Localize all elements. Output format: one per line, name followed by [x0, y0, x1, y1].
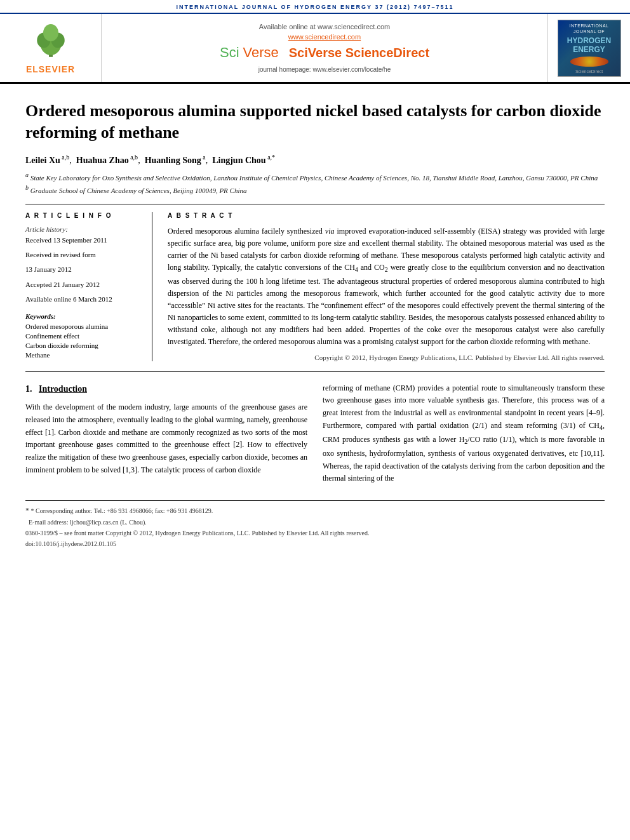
author-2: Huahua Zhao [76, 155, 129, 164]
divider-2 [25, 371, 605, 372]
article-info-col: A R T I C L E I N F O Article history: R… [25, 212, 152, 361]
copyright-text: Copyright © 2012, Hydrogen Energy Public… [168, 354, 605, 361]
sciverse-area: Available online at www.sciencedirect.co… [102, 14, 547, 82]
affiliations: a State Key Laboratory for Oxo Synthesis… [25, 170, 605, 196]
elsevier-tree-icon [32, 22, 70, 60]
sciverse-text-orange: Verse [243, 44, 279, 61]
authors-line: Leilei Xu a,b, Huahua Zhao a,b, Huanling… [25, 154, 605, 166]
section-heading: 1. Introduction [25, 382, 307, 396]
section-title: Introduction [39, 384, 87, 394]
body-section: 1. Introduction With the development of … [25, 382, 605, 491]
abstract-text: Ordered mesoporous alumina facilely synt… [168, 225, 605, 349]
body-two-col: 1. Introduction With the development of … [25, 382, 605, 491]
received-2-date: 13 January 2012 [25, 265, 142, 274]
author-3: Huanling Song [145, 155, 201, 164]
elsevier-label: ELSEVIER [26, 64, 75, 74]
footnote-issn: 0360-3199/$ – see front matter Copyright… [25, 528, 605, 538]
header-section: ELSEVIER Available online at www.science… [0, 14, 630, 84]
abstract-heading: A B S T R A C T [168, 212, 605, 219]
sciencedirect-link[interactable]: www.sciencedirect.com [288, 33, 361, 41]
received-1: Received 13 September 2011 [25, 236, 142, 245]
available-online-text: Available online at www.sciencedirect.co… [259, 23, 390, 30]
abstract-col: A B S T R A C T Ordered mesoporous alumi… [168, 212, 605, 361]
author-4-sup: a,* [266, 154, 275, 161]
cover-title-main: HYDROGENENERGY [567, 36, 611, 55]
sciverse-text-green: Sci [220, 44, 239, 61]
elsevier-logo-area: ELSEVIER [0, 14, 102, 82]
article-history-label: Article history: [25, 225, 142, 233]
intro-left-para: With the development of the modern indus… [25, 401, 307, 477]
author-2-sup: a,b [129, 154, 138, 161]
sciverse-logo: SciVerse SciVerse ScienceDirect [220, 44, 429, 61]
intro-right-para: reforming of methane (CRM) provides a po… [323, 382, 605, 486]
journal-title-bar: INTERNATIONAL JOURNAL OF HYDROGEN ENERGY… [0, 0, 630, 13]
author-1: Leilei Xu [25, 155, 60, 164]
footnote-area: * * Corresponding author. Tel.: +86 931 … [25, 500, 605, 549]
keyword-3: Carbon dioxide reforming [25, 342, 142, 349]
article-title: Ordered mesoporous alumina supported nic… [25, 100, 605, 143]
footnote-email: E-mail address: ljchou@licp.cas.cn (L. C… [25, 517, 605, 527]
body-right-col: reforming of methane (CRM) provides a po… [323, 382, 605, 491]
author-4: Lingjun Chou [212, 155, 265, 164]
keyword-4: Methane [25, 351, 142, 359]
sciencedirect-label: SciVerse ScienceDirect [289, 46, 429, 60]
keyword-2: Confinement effect [25, 332, 142, 340]
svg-point-4 [43, 24, 58, 41]
article-info-heading: A R T I C L E I N F O [25, 212, 142, 219]
keyword-1: Ordered mesoporous alumina [25, 323, 142, 330]
available-date: Available online 6 March 2012 [25, 295, 142, 304]
author-3-sup: a [201, 154, 206, 161]
keywords-heading: Keywords: [25, 312, 142, 320]
cover-title-small: Internationaljournal of [570, 23, 609, 34]
received-2-label: Received in revised form [25, 250, 142, 260]
body-left-col: 1. Introduction With the development of … [25, 382, 307, 491]
cover-image-icon [570, 57, 608, 66]
footnote-doi: doi:10.1016/j.ijhydene.2012.01.105 [25, 539, 605, 549]
author-1-sup: a,b [60, 154, 69, 161]
two-col-section: A R T I C L E I N F O Article history: R… [25, 212, 605, 361]
journal-cover-box: Internationaljournal of HYDROGENENERGY S… [558, 20, 621, 77]
cover-logo-bottom: ScienceDirect [575, 69, 603, 74]
footnote-corresponding: * * Corresponding author. Tel.: +86 931 … [25, 505, 605, 516]
main-content: Ordered mesoporous alumina supported nic… [0, 84, 630, 563]
section-number: 1. [25, 384, 32, 394]
divider-1 [25, 204, 605, 204]
accepted-date: Accepted 21 January 2012 [25, 280, 142, 290]
journal-cover-area: Internationaljournal of HYDROGENENERGY S… [547, 14, 630, 82]
journal-homepage: journal homepage: www.elsevier.com/locat… [258, 66, 391, 73]
